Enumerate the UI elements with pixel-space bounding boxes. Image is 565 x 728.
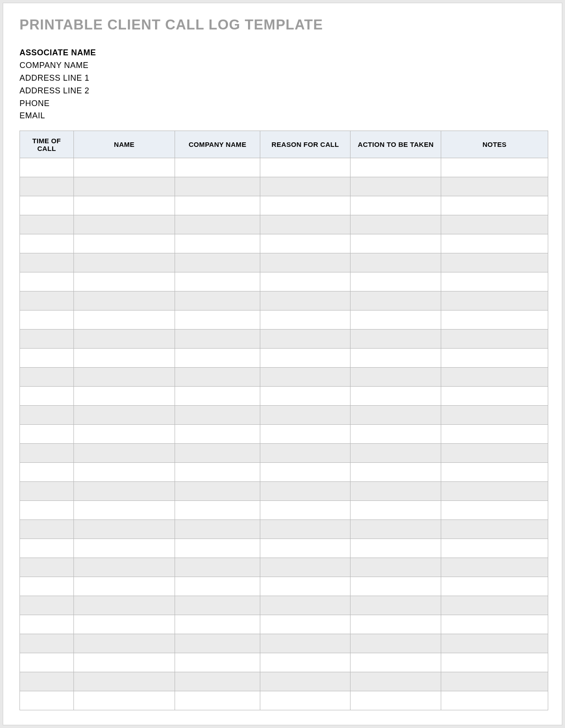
cell-action [351,158,441,177]
cell-action [351,234,441,253]
cell-action [351,558,441,577]
phone-field: PHONE [19,97,548,110]
call-log-table: TIME OF CALL NAME COMPANY NAME REASON FO… [19,131,548,710]
cell-reason [260,520,351,539]
table-row [20,368,548,387]
cell-company [175,368,260,387]
cell-time [20,672,74,691]
cell-notes [441,634,548,653]
cell-action [351,368,441,387]
table-row [20,311,548,330]
header-info-block: ASSOCIATE NAME COMPANY NAME ADDRESS LINE… [19,47,548,122]
col-header-name: NAME [73,131,175,158]
cell-notes [441,196,548,215]
table-row [20,539,548,558]
cell-action [351,577,441,596]
cell-name [73,158,175,177]
cell-notes [441,215,548,234]
cell-company [175,539,260,558]
cell-company [175,349,260,368]
col-header-notes: NOTES [441,131,548,158]
cell-action [351,253,441,272]
cell-name [73,691,175,710]
cell-time [20,501,74,520]
address-line-1-field: ADDRESS LINE 1 [19,72,548,85]
cell-company [175,482,260,501]
cell-action [351,463,441,482]
cell-time [20,558,74,577]
cell-reason [260,672,351,691]
cell-name [73,615,175,634]
address-line-2-field: ADDRESS LINE 2 [19,85,548,97]
table-row [20,177,548,196]
cell-company [175,387,260,406]
cell-company [175,653,260,672]
cell-time [20,653,74,672]
cell-reason [260,539,351,558]
table-row [20,691,548,710]
cell-action [351,520,441,539]
cell-name [73,368,175,387]
table-row [20,330,548,349]
cell-company [175,501,260,520]
cell-action [351,387,441,406]
cell-name [73,215,175,234]
cell-company [175,272,260,291]
cell-time [20,387,74,406]
cell-company [175,311,260,330]
cell-name [73,406,175,425]
cell-company [175,463,260,482]
cell-notes [441,463,548,482]
cell-notes [441,653,548,672]
cell-time [20,425,74,444]
cell-company [175,253,260,272]
cell-company [175,158,260,177]
cell-notes [441,158,548,177]
call-log-body [20,158,548,710]
cell-action [351,272,441,291]
email-field: EMAIL [19,110,548,122]
table-row [20,253,548,272]
cell-reason [260,444,351,463]
cell-reason [260,463,351,482]
cell-notes [441,253,548,272]
table-row [20,387,548,406]
cell-company [175,196,260,215]
cell-company [175,444,260,463]
table-row [20,425,548,444]
cell-time [20,615,74,634]
cell-time [20,215,74,234]
cell-action [351,653,441,672]
cell-name [73,634,175,653]
cell-name [73,463,175,482]
cell-time [20,444,74,463]
cell-action [351,615,441,634]
cell-action [351,215,441,234]
cell-name [73,520,175,539]
cell-company [175,691,260,710]
cell-action [351,196,441,215]
table-row [20,596,548,615]
cell-reason [260,596,351,615]
cell-notes [441,330,548,349]
cell-time [20,634,74,653]
cell-action [351,672,441,691]
cell-action [351,177,441,196]
cell-reason [260,406,351,425]
cell-notes [441,177,548,196]
cell-company [175,234,260,253]
cell-time [20,463,74,482]
cell-notes [441,444,548,463]
cell-name [73,482,175,501]
cell-reason [260,234,351,253]
cell-reason [260,501,351,520]
cell-time [20,272,74,291]
cell-notes [441,672,548,691]
cell-reason [260,253,351,272]
cell-time [20,253,74,272]
cell-name [73,291,175,311]
table-header-row: TIME OF CALL NAME COMPANY NAME REASON FO… [20,131,548,158]
cell-time [20,539,74,558]
cell-name [73,196,175,215]
cell-action [351,330,441,349]
